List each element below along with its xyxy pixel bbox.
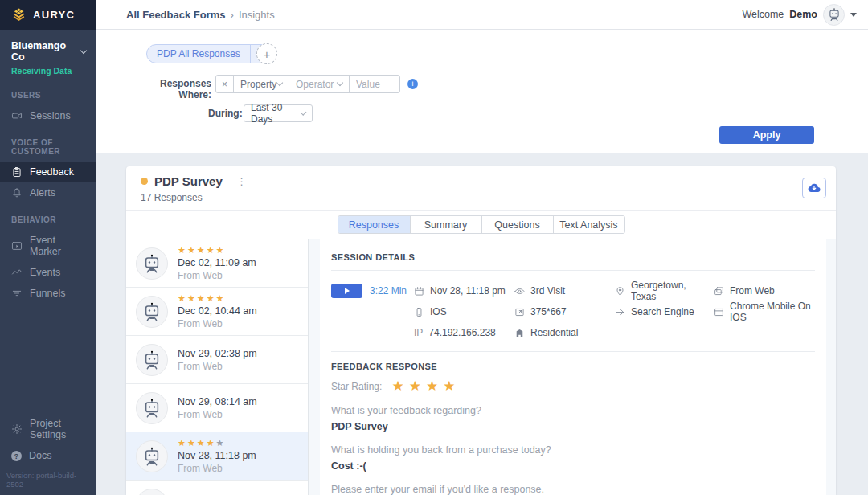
response-source: From Web: [178, 409, 257, 420]
caret-down-icon[interactable]: [850, 13, 857, 17]
response-source: From Web: [178, 463, 256, 474]
sidebar-item-label: Project Settings: [30, 418, 88, 440]
sidebar-section-users: USERS: [0, 79, 96, 105]
sidebar-item-events[interactable]: Events: [0, 262, 96, 283]
survey-card-header: PDP Survey ⋮ 17 Responses: [126, 166, 836, 211]
robot-avatar-icon: [827, 7, 841, 22]
response-date: Nov 29, 08:14 am: [178, 396, 257, 407]
robot-avatar: [136, 344, 168, 376]
filter-panel: PDP All Responses ⋮ + Responses Where: ×…: [96, 30, 868, 153]
response-source: From Web: [178, 361, 257, 372]
tab-questions[interactable]: Questions: [481, 216, 553, 233]
add-condition-button[interactable]: +: [407, 79, 418, 89]
question-text: Please enter your email if you'd like a …: [331, 484, 815, 495]
session-detail-item: Nov 28, 11:18 pm: [414, 285, 514, 297]
list-item[interactable]: Nov 29, 08:14 am From Web: [126, 384, 308, 432]
sidebar-section-voc: VOICE OF CUSTOMER: [0, 126, 96, 162]
line-chart-icon: [11, 267, 23, 278]
add-segment-button[interactable]: +: [256, 43, 277, 64]
tab-responses[interactable]: Responses: [338, 216, 410, 233]
ip-label: IP: [414, 327, 423, 338]
sidebar-item-alerts[interactable]: Alerts: [0, 182, 96, 203]
version-label: Version: portal-build-2502: [0, 466, 96, 495]
chevron-down-icon: [337, 80, 343, 86]
session-detail-item: Chrome Mobile On IOS: [714, 301, 815, 323]
survey-status-dot: [141, 178, 148, 185]
sidebar-item-label: Sessions: [30, 110, 71, 121]
sidebar-footer: Project Settings ? Docs Version: portal-…: [0, 413, 96, 495]
operator-select[interactable]: Operator: [289, 76, 349, 92]
tab-summary[interactable]: Summary: [410, 216, 481, 233]
chevron-down-icon: [276, 80, 283, 86]
user-menu[interactable]: Welcome Demo: [742, 4, 857, 26]
event-marker-icon: [11, 240, 23, 252]
session-details-heading: SESSION DETAILS: [331, 252, 815, 262]
during-label: During:: [208, 108, 243, 119]
during-select[interactable]: Last 30 Days: [244, 104, 313, 122]
robot-avatar-icon: [141, 350, 162, 370]
session-detail-item: Georgetown, Texas: [615, 280, 714, 302]
segment-pill-label[interactable]: PDP All Responses: [147, 45, 250, 63]
responses-count: 17 Responses: [141, 192, 825, 203]
sidebar-item-docs[interactable]: ? Docs: [0, 445, 96, 466]
session-detail-item: From Web: [714, 285, 815, 297]
camera-icon: [11, 110, 23, 121]
breadcrumb-separator: ›: [231, 9, 234, 21]
star-rating: ★★★★★: [178, 245, 256, 256]
response-detail-panel: SESSION DETAILS 3:22 Min Nov 28, 11:18 p…: [320, 239, 826, 495]
list-item-selected[interactable]: ★★★★★ Nov 28, 11:18 pm From Web: [126, 432, 308, 481]
divider: [331, 270, 815, 271]
org-status-badge: Receiving Data: [11, 66, 86, 76]
sidebar-item-label: Alerts: [30, 187, 55, 198]
robot-avatar: [136, 296, 168, 328]
sidebar: AURYC Bluemango Co Receiving Data USERS …: [0, 0, 96, 495]
robot-avatar: [136, 489, 168, 495]
list-item[interactable]: ★★★★★ Dec 02, 11:09 am From Web: [126, 239, 308, 288]
star-rating: ★★★★★: [178, 438, 256, 448]
property-select[interactable]: Property: [233, 76, 289, 92]
breadcrumb: All Feedback Forms › Insights: [126, 9, 275, 21]
robot-avatar: [136, 248, 168, 280]
chevron-down-icon[interactable]: [80, 47, 87, 54]
sidebar-item-label: Docs: [29, 450, 51, 461]
feedback-response-heading: FEEDBACK RESPONSE: [331, 362, 815, 371]
tab-text-analysis[interactable]: Text Analysis: [553, 216, 624, 233]
sidebar-item-event-marker[interactable]: Event Marker: [0, 230, 96, 262]
logo-bar: AURYC: [0, 0, 96, 30]
session-duration-link[interactable]: 3:22 Min: [370, 285, 407, 297]
export-button[interactable]: [802, 178, 826, 198]
value-input[interactable]: [350, 79, 399, 90]
breadcrumb-insights: Insights: [239, 9, 275, 21]
response-date: Nov 28, 11:18 pm: [178, 450, 256, 461]
list-item[interactable]: Nov 26, 09:5: [126, 481, 308, 495]
cloud-download-icon: [807, 181, 821, 195]
session-detail-item: 375*667: [514, 306, 615, 317]
sidebar-item-feedback[interactable]: Feedback: [0, 162, 96, 182]
funnel-icon: [11, 288, 23, 299]
sidebar-item-funnels[interactable]: Funnels: [0, 283, 96, 304]
responses-list: ★★★★★ Dec 02, 11:09 am From Web ★★★★★ De…: [126, 239, 309, 495]
sidebar-item-label: Feedback: [30, 166, 74, 178]
session-detail-item: Residential: [514, 327, 615, 338]
apply-button[interactable]: Apply: [719, 126, 814, 144]
org-name[interactable]: Bluemango Co: [11, 40, 81, 63]
phone-icon: [414, 307, 424, 317]
play-icon: [345, 288, 350, 294]
remove-condition-button[interactable]: ×: [216, 76, 233, 92]
sidebar-item-label: Funnels: [30, 288, 65, 299]
list-item[interactable]: ★★★★★ Dec 02, 10:44 am From Web: [126, 288, 308, 336]
user-avatar[interactable]: [823, 4, 845, 26]
play-session-button[interactable]: [331, 284, 362, 298]
answer-text: Cost :-(: [331, 460, 815, 472]
gear-icon: [11, 423, 23, 435]
kebab-menu-icon[interactable]: ⋮: [237, 176, 247, 187]
welcome-text: Welcome: [742, 9, 784, 20]
list-item[interactable]: Nov 29, 02:38 pm From Web: [126, 336, 308, 384]
answer-text: PDP Survey: [331, 421, 815, 432]
sidebar-item-sessions[interactable]: Sessions: [0, 105, 96, 126]
org-switcher[interactable]: Bluemango Co Receiving Data: [0, 30, 96, 79]
brand-name: AURYC: [33, 9, 75, 21]
response-source: From Web: [178, 318, 257, 329]
sidebar-item-project-settings[interactable]: Project Settings: [0, 413, 96, 445]
breadcrumb-all-feedback-forms[interactable]: All Feedback Forms: [126, 9, 226, 21]
